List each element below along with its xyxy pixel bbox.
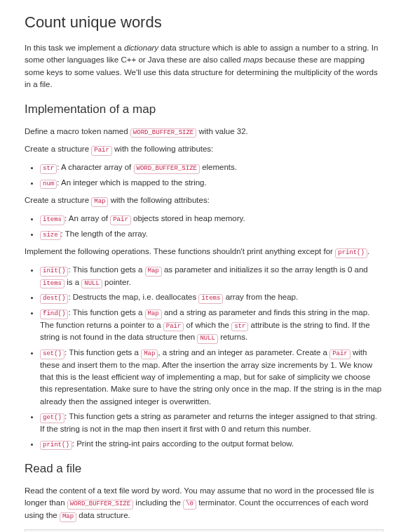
heading-read-file: Read a file xyxy=(25,460,383,478)
macro-text-1: Define a macro token named xyxy=(25,127,130,135)
op1-t4: pointer. xyxy=(102,278,131,286)
code-size: size xyxy=(40,231,61,241)
code-get: get() xyxy=(40,413,64,423)
macro-paragraph: Define a macro token named WORD_BUFFER_S… xyxy=(25,126,383,138)
code-map: Map xyxy=(60,512,76,522)
code-map: Map xyxy=(141,350,158,359)
example-block: Input ----- apple orange apple peach pea… xyxy=(25,529,383,532)
code-set: set() xyxy=(40,350,64,359)
list-item: dest(): Destructs the map, i.e. dealloca… xyxy=(40,291,383,304)
pair-attributes-list: str: A character array of WORD_BUFFER_SI… xyxy=(25,161,383,189)
list-item: items: An array of Pair objects stored i… xyxy=(40,213,383,225)
pair-li1-t2: elements. xyxy=(200,163,237,171)
code-pair: Pair xyxy=(110,215,131,225)
code-word-buffer-size: WORD_BUFFER_SIZE xyxy=(130,128,196,138)
code-word-buffer-size: WORD_BUFFER_SIZE xyxy=(67,500,133,510)
macro-text-2: with value 32. xyxy=(196,127,248,135)
list-item: get(): This function gets a string as pa… xyxy=(40,411,383,435)
op4-t2: , a string and an integer as parameter. … xyxy=(158,348,329,357)
map-attributes-list: items: An array of Pair objects stored i… xyxy=(25,213,383,240)
intro-em-dictionary: dictionary xyxy=(124,44,158,52)
list-item: str: A character array of WORD_BUFFER_SI… xyxy=(40,161,383,174)
list-item: set(): This function gets a Map, a strin… xyxy=(40,347,383,408)
code-print: print() xyxy=(335,248,367,258)
code-items: items xyxy=(40,279,64,289)
code-pair: Pair xyxy=(91,146,112,156)
page-title: Count unique words xyxy=(25,11,383,34)
op1-t3: is a xyxy=(64,278,81,286)
code-items: items xyxy=(40,215,64,225)
operations-list: init(): This function gets a Map as para… xyxy=(25,264,383,450)
ops-text-1: Implement the following operations. Thes… xyxy=(25,247,335,255)
op3-t3: of which the xyxy=(184,321,231,329)
code-pair: Pair xyxy=(163,322,184,332)
pair-text-1: Create a structure xyxy=(25,145,91,153)
code-print: print() xyxy=(40,441,72,451)
op5-t1: : This function gets a string as paramet… xyxy=(40,412,377,433)
op4-t1: : This function gets a xyxy=(64,348,141,357)
code-map: Map xyxy=(145,267,162,277)
ops-text-2: . xyxy=(367,247,369,255)
code-find: find() xyxy=(40,310,68,319)
code-map: Map xyxy=(145,310,162,319)
read-t2: including the xyxy=(133,498,183,507)
op1-t2: as parameter and initializes it so the a… xyxy=(162,265,368,274)
code-pair: Pair xyxy=(329,350,351,359)
code-map: Map xyxy=(91,197,108,207)
list-item: num: An integer which is mapped to the s… xyxy=(40,177,383,189)
read-paragraph: Read the content of a text file word by … xyxy=(25,485,383,522)
list-item: print(): Print the string-int pairs acco… xyxy=(40,438,383,451)
list-item: find(): This function gets a Map and a s… xyxy=(40,307,383,344)
ops-paragraph: Implement the following operations. Thes… xyxy=(25,246,383,258)
op2-t1: : Destructs the map, i.e. deallocates xyxy=(68,293,198,301)
intro-paragraph: In this task we implement a dictionary d… xyxy=(25,42,383,91)
op3-t5: returns. xyxy=(218,333,247,341)
heading-implementation: Implementation of a map xyxy=(25,100,383,119)
map-li1-t1: : An array of xyxy=(64,214,110,222)
read-t4: data structure. xyxy=(76,511,130,519)
code-init: init() xyxy=(40,267,68,277)
code-str: str xyxy=(231,322,248,332)
pair-text-2: with the following attributes: xyxy=(112,145,213,153)
map-paragraph: Create a structure Map with the followin… xyxy=(25,194,383,207)
code-dest: dest() xyxy=(40,294,68,304)
code-items: items xyxy=(198,294,223,304)
map-text-2: with the following attributes: xyxy=(108,196,209,204)
pair-li2-t1: : An integer which is mapped to the stri… xyxy=(57,178,207,187)
intro-text-1: In this task we implement a xyxy=(25,44,124,52)
code-null: NULL xyxy=(81,279,102,289)
code-null: NULL xyxy=(197,334,218,344)
list-item: size: The length of the array. xyxy=(40,228,383,241)
op2-t2: array from the heap. xyxy=(223,293,298,301)
map-text-1: Create a structure xyxy=(25,196,91,204)
code-word-buffer-size: WORD_BUFFER_SIZE xyxy=(134,164,200,174)
list-item: init(): This function gets a Map as para… xyxy=(40,264,383,288)
map-li1-t2: objects stored in heap memory. xyxy=(131,214,245,222)
code-str: str xyxy=(40,164,57,174)
intro-em-maps: maps xyxy=(243,55,263,64)
op6-t1: : Print the string-int pairs according t… xyxy=(72,439,294,448)
pair-paragraph: Create a structure Pair with the followi… xyxy=(25,143,383,156)
pair-li1-t1: : A character array of xyxy=(57,163,133,171)
code-null-terminator: \0 xyxy=(183,500,196,510)
op1-t1: : This function gets a xyxy=(68,265,144,274)
map-li2-t1: : The length of the array. xyxy=(61,230,148,238)
code-num: num xyxy=(40,180,57,189)
op3-t1: : This function gets a xyxy=(68,308,144,317)
